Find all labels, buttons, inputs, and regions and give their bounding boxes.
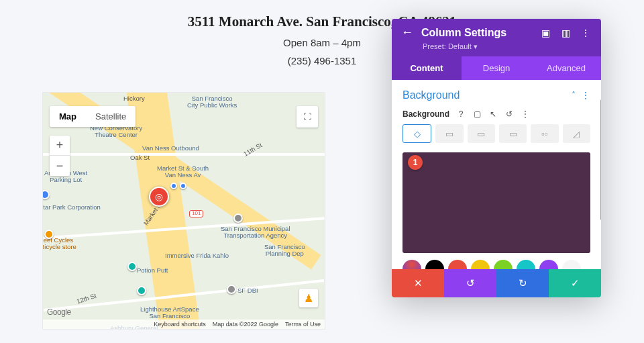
map-poi-shop-icon[interactable] — [44, 230, 54, 239]
bg-color-tab[interactable]: ◇ — [402, 124, 431, 143]
preset-selector[interactable]: Preset: Default ▾ — [392, 42, 601, 56]
map-poi-label: Star Park Corporation — [43, 204, 101, 211]
google-logo: Google — [47, 307, 71, 317]
map-transit-icon[interactable] — [180, 183, 186, 189]
swatch[interactable] — [517, 260, 535, 269]
panel-title: Column Settings — [421, 27, 531, 39]
street-view-pegman[interactable]: ♟ — [299, 289, 318, 307]
map-poi-attraction-icon[interactable] — [127, 262, 137, 271]
undo-button[interactable]: ↺ — [444, 269, 496, 297]
more-icon[interactable]: ⋮ — [580, 28, 592, 38]
map-type-satellite[interactable]: Satellite — [86, 106, 136, 127]
map-embed[interactable]: Hickory San Francisco City Public Works … — [43, 93, 325, 329]
map-poi-civic-icon[interactable] — [227, 285, 236, 294]
bg-gradient-tab[interactable]: ▭ — [435, 124, 463, 143]
panel-actions: ✕ ↺ ↻ ✓ — [392, 269, 601, 297]
cancel-button[interactable]: ✕ — [392, 269, 444, 297]
map-poi-label: SF DBI — [237, 287, 258, 294]
bg-pattern-tab[interactable]: ▫▫ — [531, 124, 558, 143]
map-footer: Keyboard shortcuts Map data ©2022 Google… — [43, 320, 325, 329]
snap-icon[interactable]: ▣ — [539, 28, 551, 38]
tab-content[interactable]: Content — [392, 56, 462, 80]
swatch[interactable] — [494, 260, 513, 269]
reset-icon[interactable]: ↺ — [504, 109, 514, 119]
bg-mask-tab[interactable]: ◿ — [563, 124, 590, 143]
background-type-tabs: ◇ ▭ ▭ ▭ ▫▫ ◿ — [392, 124, 601, 150]
option-menu-icon[interactable]: ⋮ — [521, 109, 530, 119]
expand-icon[interactable]: ▥ — [559, 28, 572, 38]
section-menu-icon[interactable]: ⋮ — [581, 90, 590, 101]
map-poi-label: New Conservatory Theatre Center — [90, 125, 142, 139]
map-poi-label: Immersive Frida Kahlo — [165, 252, 229, 259]
map-marker-icon[interactable]: ◎ — [149, 187, 169, 207]
map-canvas[interactable]: Hickory San Francisco City Public Works … — [43, 93, 325, 329]
map-poi-parking-icon[interactable] — [43, 190, 50, 199]
zoom-in-button[interactable]: + — [50, 136, 70, 156]
back-button[interactable]: ← — [401, 26, 413, 40]
map-attribution: Map data ©2022 Google — [213, 321, 278, 328]
swatch[interactable] — [471, 260, 490, 269]
color-swatches — [392, 260, 601, 269]
map-road-label: Hickory — [123, 95, 145, 102]
hover-icon[interactable]: ↖ — [488, 109, 498, 119]
settings-panel: ← Column Settings ▣ ▥ ⋮ Preset: Default … — [392, 19, 601, 297]
panel-tabs: Content Design Advanced — [392, 56, 601, 80]
tab-design[interactable]: Design — [462, 56, 531, 80]
save-button[interactable]: ✓ — [549, 269, 601, 297]
option-label: Background — [402, 109, 449, 119]
swatch[interactable] — [539, 260, 558, 269]
section-header[interactable]: Background ˄ ⋮ — [392, 80, 601, 107]
map-poi-label: San Francisco City Public Works — [187, 95, 237, 109]
option-row: Background ? ▢ ↖ ↺ ⋮ — [392, 107, 601, 124]
map-poi-label: Potion Putt — [137, 267, 168, 274]
color-preview[interactable]: 1 — [402, 152, 590, 253]
map-poi-label: Van Ness Outbound — [142, 145, 199, 152]
map-type-map[interactable]: Map — [50, 106, 86, 127]
map-road-label: Oak St — [130, 154, 150, 161]
map-poi-label: San Francisco Municipal Transportation A… — [221, 226, 290, 240]
step-badge: 1 — [408, 155, 423, 170]
bg-image-tab[interactable]: ▭ — [468, 124, 495, 143]
swatch[interactable] — [448, 260, 467, 269]
swatch-picker[interactable] — [402, 260, 421, 269]
bg-video-tab[interactable]: ▭ — [499, 124, 527, 143]
map-zoom: + − — [50, 136, 70, 176]
map-poi-label: San Francisco Planning Dep — [264, 244, 305, 258]
tab-advanced[interactable]: Advanced — [531, 56, 601, 80]
section-title: Background — [402, 89, 572, 101]
map-poi-label: Lighthouse ArtSpace San Francisco — [140, 306, 199, 320]
responsive-icon[interactable]: ▢ — [472, 109, 482, 119]
swatch[interactable] — [425, 260, 444, 269]
map-poi-civic-icon[interactable] — [233, 213, 243, 223]
keyboard-shortcuts-link[interactable]: Keyboard shortcuts — [154, 321, 206, 328]
zoom-out-button[interactable]: − — [50, 156, 70, 176]
map-type-switch[interactable]: Map Satellite — [50, 106, 136, 127]
panel-scrollbar[interactable] — [600, 99, 601, 220]
redo-button[interactable]: ↻ — [496, 269, 549, 297]
swatch[interactable] — [562, 260, 581, 269]
help-icon[interactable]: ? — [456, 109, 466, 119]
highway-shield: 101 — [189, 210, 203, 217]
map-poi-label: Market St & South Van Ness Av — [157, 165, 209, 179]
map-poi-label: eet Cycles Bicycle store — [43, 237, 76, 251]
map-transit-icon[interactable] — [170, 183, 177, 189]
collapse-icon[interactable]: ˄ — [572, 91, 576, 100]
terms-link[interactable]: Terms of Use — [285, 321, 321, 328]
map-poi-attraction-icon[interactable] — [137, 286, 146, 295]
fullscreen-button[interactable]: ⛶ — [297, 106, 318, 128]
